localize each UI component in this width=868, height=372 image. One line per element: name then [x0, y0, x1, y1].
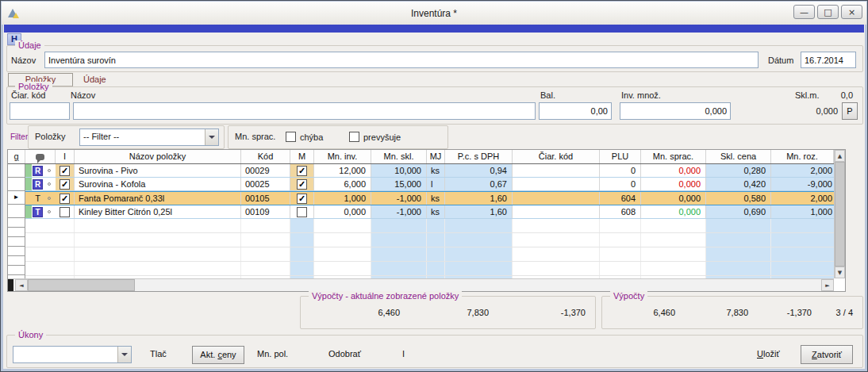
cell-empty — [513, 247, 600, 261]
table-row-empty[interactable] — [25, 219, 834, 233]
cell-pc-s-dph: 1,60 — [445, 192, 513, 205]
cell-empty — [706, 219, 771, 232]
scroll-down-icon[interactable]: ▼ — [835, 267, 845, 278]
column-header-pc-s-dph[interactable]: P.c. s DPH — [445, 150, 513, 163]
row-checkbox-i[interactable] — [56, 205, 75, 218]
ukony-dropdown[interactable] — [13, 346, 132, 363]
table-row[interactable]: R✓Surovina - Pivo00029✓12,00010,000ks0,9… — [25, 164, 834, 178]
bal-input[interactable] — [539, 102, 612, 120]
column-header-skl-cena[interactable]: Skl. cena — [706, 150, 771, 163]
column-header-mn-skl[interactable]: Mn. skl. — [371, 150, 427, 163]
minimize-button[interactable]: — — [793, 5, 815, 19]
chevron-down-icon[interactable] — [117, 347, 131, 362]
p-button[interactable]: P — [842, 102, 858, 120]
column-header-i[interactable]: I — [56, 150, 75, 163]
row-selector[interactable] — [8, 178, 25, 191]
row-type-letter: R — [33, 166, 43, 176]
row-selector[interactable] — [8, 205, 25, 218]
chyba-checkbox[interactable] — [286, 132, 296, 142]
row-checkbox-m[interactable]: ✓ — [290, 192, 314, 205]
ulozit-button[interactable]: Uložiť — [757, 349, 780, 359]
row-checkbox-i[interactable]: ✓ — [56, 192, 75, 205]
column-header-mn-roz[interactable]: Mn. roz. — [771, 150, 834, 163]
row-selector-empty[interactable] — [8, 247, 25, 256]
title-bar[interactable]: Inventúra * —□× — [2, 2, 866, 25]
row-selector-empty[interactable] — [8, 228, 25, 237]
cell-empty — [371, 247, 427, 261]
vertical-scroll-thumb[interactable] — [835, 162, 845, 267]
table-row[interactable]: R✓Surovina - Kofola00025✓6,00015,000l0,6… — [25, 178, 834, 191]
grid-splitter-handle[interactable] — [8, 279, 13, 291]
row-status-dot — [44, 205, 56, 218]
column-header-plu[interactable]: PLU — [600, 150, 641, 163]
row-checkbox-i[interactable]: ✓ — [56, 164, 75, 177]
table-row-empty[interactable] — [25, 262, 834, 276]
scroll-up-icon[interactable]: ▲ — [835, 150, 845, 162]
comment-column-header[interactable] — [25, 150, 56, 163]
column-header-mn-inv[interactable]: Mn. inv. — [314, 150, 371, 163]
summary-value: 7,830 — [405, 308, 494, 317]
table-row-empty[interactable] — [25, 233, 834, 247]
cell-empty — [513, 233, 600, 247]
column-header-nazov[interactable]: Názov položky — [75, 150, 241, 163]
table-row-empty[interactable] — [25, 247, 834, 262]
zatvorit-button[interactable]: Zatvoriť — [801, 345, 853, 364]
chevron-down-icon[interactable] — [205, 129, 218, 145]
row-selector-empty[interactable] — [8, 237, 25, 247]
akt-ceny-button[interactable]: Akt. ceny — [192, 346, 244, 364]
polozky-groupbox: Položky Čiar. kód Názov Bal. Inv. množ. … — [6, 86, 863, 125]
row-type-letter: T — [33, 207, 43, 217]
tab-udaje[interactable]: Údaje — [83, 75, 106, 84]
cell-empty — [513, 262, 600, 275]
row-checkbox-i[interactable]: ✓ — [56, 178, 75, 190]
mn-pol-button[interactable]: Mn. pol. — [257, 349, 288, 359]
close-button[interactable]: × — [841, 5, 862, 19]
cell-empty — [706, 262, 771, 275]
horizontal-scrollbar[interactable]: ◄► — [8, 278, 834, 291]
filter-dropdown[interactable]: -- Filter -- — [79, 128, 219, 146]
row-selector-empty[interactable] — [8, 266, 25, 275]
row-checkbox-m[interactable]: ✓ — [290, 164, 314, 177]
prevysuje-checkbox[interactable] — [349, 132, 359, 142]
tlac-button[interactable]: Tlač — [150, 349, 167, 359]
row-selector-column[interactable]: ► — [8, 164, 25, 279]
items-table: gINázov položkyKódMMn. inv.Mn. skl.MJP.c… — [7, 149, 846, 292]
row-selector-empty[interactable] — [8, 256, 25, 266]
table-row[interactable]: TKinley Bitter Citrón 0,25l001090,000-1,… — [25, 205, 834, 219]
sklm-label: Skl.m. — [795, 90, 820, 100]
column-header-mj[interactable]: MJ — [427, 150, 445, 163]
maximize-button[interactable]: □ — [817, 5, 839, 19]
ciar-kod-input[interactable] — [10, 102, 70, 120]
grid-corner-g[interactable]: g — [8, 150, 25, 163]
row-checkbox-m[interactable]: ✓ — [290, 178, 314, 190]
horizontal-scroll-thumb[interactable] — [28, 279, 135, 291]
row-selector-current[interactable]: ► — [8, 191, 25, 205]
vertical-scrollbar[interactable]: ▲▼ — [834, 150, 845, 278]
cell-mn-sprac: 0,000 — [641, 205, 706, 218]
column-header-ciar-kod[interactable]: Čiar. kód — [513, 150, 600, 163]
scroll-left-icon[interactable]: ◄ — [15, 279, 28, 291]
column-header-kod[interactable]: Kód — [241, 150, 290, 163]
row-color-strip — [25, 192, 32, 205]
scroll-right-icon[interactable]: ► — [821, 279, 834, 291]
row-status-dot — [44, 219, 56, 232]
datum-input[interactable] — [801, 52, 856, 68]
row-selector-empty[interactable] — [8, 218, 25, 228]
odobrat-button[interactable]: Odobrať — [328, 349, 361, 359]
cell-ciar-kod — [513, 178, 600, 190]
row-checkbox-m[interactable] — [290, 205, 314, 218]
column-header-mn-sprac[interactable]: Mn. sprac. — [641, 150, 706, 163]
sklm-bottom-value: 0,000 — [793, 106, 838, 116]
sklm-top-value: 0,0 — [828, 90, 853, 100]
column-header-m[interactable]: M — [290, 150, 314, 163]
table-row[interactable]: T✓Fanta Pomaranč 0,33l00105✓1,000-1,000k… — [25, 191, 834, 205]
cell-empty — [314, 247, 371, 261]
polozky-nazov-input[interactable] — [73, 102, 536, 120]
cell-mn-roz: 2,000 — [771, 164, 834, 177]
nazov-input[interactable] — [44, 52, 759, 68]
inv-mnoz-label: Inv. množ. — [621, 90, 661, 100]
row-selector[interactable] — [8, 164, 25, 178]
cell-mn-roz: 2,000 — [771, 192, 834, 205]
i-button[interactable]: I — [402, 349, 405, 359]
inv-mnoz-input[interactable] — [620, 102, 731, 120]
